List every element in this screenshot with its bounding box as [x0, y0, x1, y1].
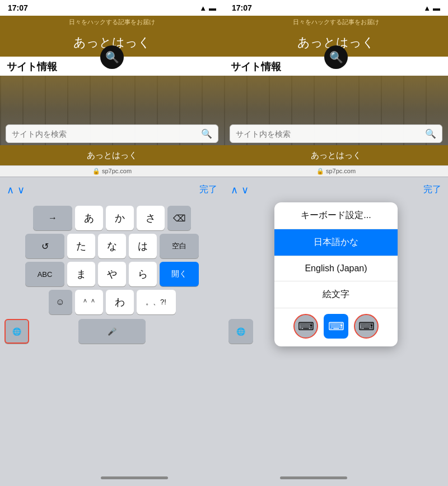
url-bar-left: 🔒 sp7pc.com	[0, 165, 224, 177]
nav-arrows-left: ∧ ∨	[7, 184, 25, 196]
search-input-right[interactable]	[236, 129, 425, 138]
web-content-right: 🔍 あっとはっく	[224, 76, 448, 165]
key-space-left[interactable]: 空白	[160, 234, 199, 258]
dropdown-keyboard-right-icon[interactable]: ⌨	[354, 314, 379, 339]
search-icon-small-right: 🔍	[425, 128, 436, 139]
mic-button-left[interactable]: 🎤	[78, 319, 146, 344]
lock-icon-left: 🔒	[92, 168, 100, 174]
globe-button-right[interactable]: 🌐	[228, 319, 253, 344]
lock-icon-right: 🔒	[316, 168, 324, 174]
key-a-left[interactable]: あ	[75, 206, 103, 230]
key-open-left[interactable]: 開く	[160, 262, 199, 286]
url-text-right: sp7pc.com	[326, 168, 356, 174]
key-sa-left[interactable]: さ	[137, 206, 165, 230]
battery-icon: ▬	[209, 4, 216, 12]
time-left: 17:07	[8, 3, 28, 12]
dropdown-icons-row: ⌨ ⌨ ⌨	[274, 308, 398, 346]
search-overlay-right[interactable]: 🔍	[230, 124, 442, 143]
key-ha-left[interactable]: は	[129, 234, 157, 258]
key-ma-left[interactable]: ま	[67, 262, 95, 286]
search-button-left[interactable]: 🔍	[100, 45, 124, 69]
key-backspace-left[interactable]: ⌫	[167, 206, 191, 230]
key-row-1-left: → あ か さ ⌫	[2, 206, 222, 230]
mic-icon-left: 🎤	[108, 327, 116, 336]
wifi-icon-right: ▲	[423, 4, 431, 12]
key-abc-left[interactable]: ABC	[25, 262, 64, 286]
left-screen: 17:07 ▲ ▬ 日々をハックする記事をお届け あっとはっく サイト情報 🔍 …	[0, 0, 224, 177]
globe-button-left[interactable]: 🌐	[4, 319, 29, 344]
key-ra-left[interactable]: ら	[129, 262, 157, 286]
key-punct-left[interactable]: 。、?!	[137, 290, 176, 314]
site-subtitle-right: 日々をハックする記事をお届け	[224, 16, 448, 30]
search-button-right[interactable]: 🔍	[324, 45, 348, 69]
keyboard-toolbar-left: ∧ ∨ 完了	[0, 177, 224, 202]
key-row-3-left: ABC ま や ら 開く	[2, 262, 222, 286]
search-icon-right: 🔍	[329, 50, 343, 64]
nav-arrows-right: ∧ ∨	[231, 184, 249, 196]
key-ka-left[interactable]: か	[106, 206, 134, 230]
dropdown-item-japanese[interactable]: 日本語かな	[274, 229, 398, 256]
site-subtitle-left: 日々をハックする記事をお届け	[0, 16, 224, 30]
arrow-up-right[interactable]: ∧	[231, 184, 238, 196]
right-screen: 17:07 ▲ ▬ 日々をハックする記事をお届け あっとはっく サイト情報 🔍 …	[224, 0, 448, 177]
wifi-icon: ▲	[199, 4, 207, 12]
globe-icon-right: 🌐	[236, 327, 245, 336]
home-bar-left	[101, 476, 168, 479]
keyboard-section: → あ か さ ⌫ ↺ た な は 空白 ABC ま や ら 開く	[0, 202, 448, 469]
arrow-down-right[interactable]: ∨	[241, 184, 249, 196]
url-bar-right: 🔒 sp7pc.com	[224, 165, 448, 177]
keyboard-left: → あ か さ ⌫ ↺ た な は 空白 ABC ま や ら 開く	[0, 202, 224, 469]
key-row-4-left: ☺ ＾＾ わ 。、?!	[2, 290, 222, 314]
web-content-left: 🔍 あっとはっく	[0, 76, 224, 165]
dual-toolbar: ∧ ∨ 完了 ∧ ∨ 完了	[0, 177, 448, 202]
search-icon-small-left: 🔍	[201, 128, 212, 139]
keyboard-right: キーボード設定... 日本語かな English (Japan) 絵文字 ⌨ ⌨…	[224, 202, 448, 469]
home-indicator-row	[0, 469, 448, 486]
dropdown-item-settings[interactable]: キーボード設定...	[274, 202, 398, 229]
time-right: 17:07	[232, 3, 252, 12]
status-bar-right: 17:07 ▲ ▬	[224, 0, 448, 16]
dropdown-keyboard-left-icon[interactable]: ⌨	[293, 314, 318, 339]
dropdown-keyboard-center-icon[interactable]: ⌨	[324, 314, 348, 339]
dropdown-item-emoji[interactable]: 絵文字	[274, 281, 398, 308]
site-footer-title-right: あっとはっく	[224, 145, 448, 165]
site-footer-title-left: あっとはっく	[0, 145, 224, 165]
status-bar-left: 17:07 ▲ ▬	[0, 0, 224, 16]
globe-icon-left: 🌐	[12, 327, 21, 336]
key-emoji-left[interactable]: ☺	[49, 290, 72, 314]
key-wa-left[interactable]: わ	[106, 290, 134, 314]
arrow-up-left[interactable]: ∧	[7, 184, 14, 196]
status-icons-right: ▲ ▬	[423, 4, 440, 12]
status-icons-left: ▲ ▬	[199, 4, 216, 12]
search-overlay-left[interactable]: 🔍	[6, 124, 218, 143]
arrow-down-left[interactable]: ∨	[17, 184, 25, 196]
battery-icon-right: ▬	[433, 4, 440, 12]
done-button-right[interactable]: 完了	[423, 184, 441, 196]
key-na-left[interactable]: な	[98, 234, 126, 258]
keyboard-bottom-left: 🌐 🎤	[0, 317, 224, 348]
home-bar-right	[280, 476, 347, 479]
key-ya-left[interactable]: や	[98, 262, 126, 286]
key-ta-left[interactable]: た	[67, 234, 95, 258]
url-text-left: sp7pc.com	[102, 168, 132, 174]
done-button-left[interactable]: 完了	[199, 184, 217, 196]
key-hat-left[interactable]: ＾＾	[75, 290, 103, 314]
search-icon-left: 🔍	[105, 50, 119, 64]
key-arrow-left[interactable]: →	[33, 206, 72, 230]
dropdown-item-english[interactable]: English (Japan)	[274, 256, 398, 281]
keyboard-dropdown-menu: キーボード設定... 日本語かな English (Japan) 絵文字 ⌨ ⌨…	[274, 202, 398, 346]
key-undo-left[interactable]: ↺	[25, 234, 64, 258]
keyboard-rows-left: → あ か さ ⌫ ↺ た な は 空白 ABC ま や ら 開く	[0, 202, 224, 317]
keyboard-toolbar-right: ∧ ∨ 完了	[224, 177, 448, 202]
search-input-left[interactable]	[12, 129, 201, 138]
key-row-2-left: ↺ た な は 空白	[2, 234, 222, 258]
